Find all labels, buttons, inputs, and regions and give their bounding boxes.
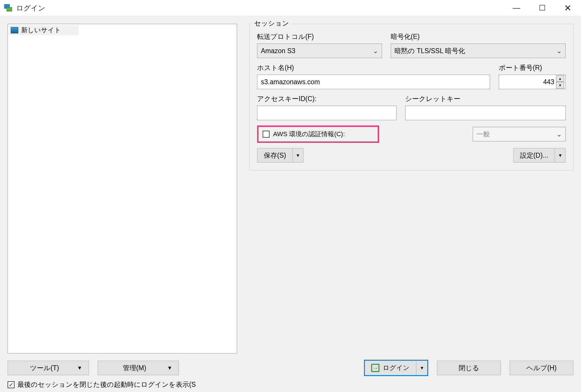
- settings-label: 設定(D)...: [520, 151, 548, 160]
- protocol-select[interactable]: Amazon S3 ⌄: [257, 44, 382, 58]
- close-window-button[interactable]: ✕: [555, 0, 580, 16]
- encryption-select[interactable]: 暗黙の TLS/SSL 暗号化 ⌄: [391, 44, 566, 58]
- host-input[interactable]: s3.amazonaws.com: [257, 75, 490, 89]
- encryption-label: 暗号化(E): [391, 32, 566, 41]
- spinner-down-icon[interactable]: ▼: [556, 82, 564, 89]
- tools-button[interactable]: ツール(T) ▼: [8, 361, 89, 375]
- show-login-label: 最後のセッションを閉じた後の起動時にログインを表示(S: [17, 380, 196, 389]
- access-key-label: アクセスキーID(C):: [257, 94, 397, 103]
- settings-dropdown[interactable]: ▾: [555, 148, 566, 163]
- show-login-on-startup[interactable]: 最後のセッションを閉じた後の起動時にログインを表示(S: [8, 380, 573, 389]
- triangle-down-icon: ▾: [297, 152, 299, 159]
- titlebar: ログイン — ☐ ✕: [0, 0, 581, 16]
- manage-label: 管理(M): [104, 364, 165, 373]
- triangle-down-icon: ▼: [77, 365, 82, 371]
- login-dropdown[interactable]: ▾: [416, 361, 427, 375]
- window-title: ログイン: [16, 3, 504, 13]
- host-value: s3.amazonaws.com: [261, 78, 320, 86]
- save-split-button[interactable]: 保存(S) ▾: [257, 148, 304, 163]
- host-label: ホスト名(H): [257, 63, 490, 72]
- aws-env-checkbox[interactable]: [263, 131, 270, 138]
- spinner-up-icon[interactable]: ▲: [556, 75, 564, 82]
- protocol-value: Amazon S3: [261, 47, 295, 55]
- settings-split-button[interactable]: 設定(D)... ▾: [513, 148, 566, 163]
- aws-env-label: AWS 環境の認証情報(C):: [273, 130, 345, 139]
- settings-button[interactable]: 設定(D)...: [513, 148, 555, 163]
- triangle-down-icon: ▼: [167, 365, 172, 371]
- maximize-button[interactable]: ☐: [529, 0, 555, 16]
- chevron-down-icon: ⌄: [373, 47, 378, 55]
- login-icon: →: [371, 364, 379, 372]
- port-label: ポート番号(R): [499, 63, 566, 72]
- triangle-down-icon: ▾: [421, 365, 423, 371]
- save-dropdown[interactable]: ▾: [293, 148, 304, 163]
- minimize-button[interactable]: —: [504, 0, 529, 16]
- help-button[interactable]: ヘルプ(H): [510, 361, 573, 375]
- site-item-label: 新しいサイト: [21, 26, 61, 35]
- close-label: 閉じる: [459, 364, 479, 373]
- chevron-down-icon: ⌄: [556, 47, 562, 55]
- site-list[interactable]: 新しいサイト: [8, 24, 237, 353]
- monitor-icon: [11, 27, 18, 33]
- chevron-down-icon: ⌄: [556, 130, 562, 138]
- triangle-down-icon: ▾: [559, 152, 562, 159]
- session-group: セッション 転送プロトコル(F) Amazon S3 ⌄ 暗号化(E): [249, 24, 573, 170]
- tools-label: ツール(T): [14, 364, 75, 373]
- port-value: 443: [543, 78, 554, 86]
- app-icon: [4, 4, 12, 12]
- protocol-label: 転送プロトコル(F): [257, 32, 382, 41]
- login-dialog: ログイン — ☐ ✕ 新しいサイト セッション: [0, 0, 581, 392]
- secret-key-input[interactable]: [405, 106, 566, 120]
- bottom-toolbar: ツール(T) ▼ 管理(M) ▼ → ログイン ▾ 閉じる ヘルプ(H): [8, 360, 573, 376]
- login-button[interactable]: → ログイン: [365, 361, 416, 375]
- site-item-new[interactable]: 新しいサイト: [9, 25, 79, 35]
- save-label: 保存(S): [264, 151, 286, 160]
- secret-key-label: シークレットキー: [405, 94, 566, 103]
- aws-env-highlight: AWS 環境の認証情報(C):: [257, 125, 379, 143]
- login-split-button[interactable]: → ログイン ▾: [364, 360, 428, 376]
- manage-button[interactable]: 管理(M) ▼: [98, 361, 179, 375]
- window-controls: — ☐ ✕: [504, 0, 580, 16]
- general-combo: 一般 ⌄: [473, 127, 566, 141]
- svg-rect-1: [7, 7, 12, 11]
- encryption-value: 暗黙の TLS/SSL 暗号化: [394, 46, 465, 55]
- access-key-input[interactable]: [257, 106, 397, 120]
- session-group-label: セッション: [252, 19, 291, 28]
- save-button[interactable]: 保存(S): [257, 148, 293, 163]
- help-label: ヘルプ(H): [526, 364, 557, 373]
- dialog-body: 新しいサイト セッション 転送プロトコル(F) Amazon S3 ⌄: [0, 16, 581, 392]
- port-input[interactable]: 443 ▲ ▼: [499, 75, 566, 89]
- close-button[interactable]: 閉じる: [437, 361, 501, 375]
- port-spinner[interactable]: ▲ ▼: [556, 75, 564, 89]
- general-combo-value: 一般: [476, 130, 490, 139]
- show-login-checkbox[interactable]: [8, 381, 15, 388]
- login-label: ログイン: [383, 364, 410, 372]
